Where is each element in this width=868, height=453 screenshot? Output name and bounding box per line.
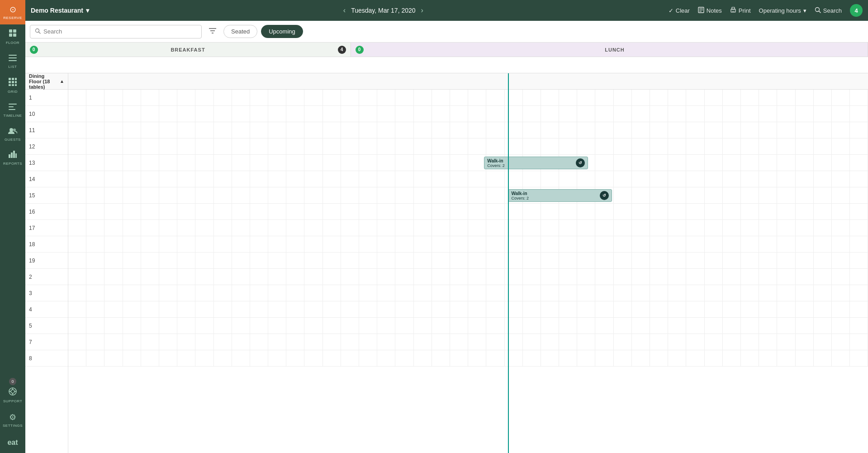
grid-cell[interactable]: [705, 138, 723, 154]
grid-cell[interactable]: [577, 122, 595, 138]
grid-cell[interactable]: [214, 269, 232, 285]
grid-cell[interactable]: [68, 204, 86, 219]
grid-cell[interactable]: [832, 301, 850, 317]
grid-cell[interactable]: [304, 106, 323, 122]
grid-cell[interactable]: [214, 138, 232, 154]
grid-cell[interactable]: [141, 122, 159, 138]
grid-cell[interactable]: [159, 204, 177, 219]
grid-cell[interactable]: [668, 318, 686, 334]
grid-cell[interactable]: [377, 106, 395, 122]
grid-cell[interactable]: [559, 106, 577, 122]
grid-cell[interactable]: [777, 106, 795, 122]
grid-cell[interactable]: [523, 90, 541, 105]
grid-cell[interactable]: [796, 236, 814, 252]
grid-cell[interactable]: [486, 204, 504, 219]
grid-cell[interactable]: [304, 122, 323, 138]
grid-cell[interactable]: [286, 204, 304, 219]
grid-cell[interactable]: [450, 122, 468, 138]
grid-cell[interactable]: [705, 122, 723, 138]
grid-cell[interactable]: [632, 187, 650, 203]
grid-cell[interactable]: [141, 285, 159, 301]
grid-cell[interactable]: [214, 253, 232, 268]
grid-cell[interactable]: [414, 187, 432, 203]
grid-cell[interactable]: [505, 171, 523, 187]
grid-cell[interactable]: [341, 334, 359, 350]
grid-cell[interactable]: [177, 285, 195, 301]
grid-cell[interactable]: [195, 318, 213, 334]
grid-cell[interactable]: [395, 220, 413, 236]
grid-cell[interactable]: [123, 106, 141, 122]
grid-cell[interactable]: [104, 122, 123, 138]
grid-cell[interactable]: [705, 220, 723, 236]
grid-cell[interactable]: [614, 155, 632, 171]
grid-cell[interactable]: [541, 236, 559, 252]
grid-cell[interactable]: [159, 220, 177, 236]
grid-cell[interactable]: [104, 253, 123, 268]
grid-cell[interactable]: [86, 318, 104, 334]
grid-cell[interactable]: [741, 350, 759, 366]
grid-cell[interactable]: [541, 269, 559, 285]
grid-cell[interactable]: [741, 90, 759, 105]
grid-cell[interactable]: [232, 122, 250, 138]
reservation-walkin-15[interactable]: Walk-in Covers: 2 ↺: [508, 189, 612, 202]
grid-cell[interactable]: [141, 204, 159, 219]
grid-cell[interactable]: [395, 334, 413, 350]
grid-cell[interactable]: [650, 171, 668, 187]
grid-cell[interactable]: [86, 204, 104, 219]
grid-cell[interactable]: [668, 285, 686, 301]
grid-cell[interactable]: [250, 301, 268, 317]
grid-cell[interactable]: [759, 301, 777, 317]
grid-cell[interactable]: [777, 334, 795, 350]
grid-cell[interactable]: [632, 301, 650, 317]
grid-cell[interactable]: [850, 90, 868, 105]
grid-cell[interactable]: [450, 285, 468, 301]
grid-cell[interactable]: [341, 236, 359, 252]
grid-cell[interactable]: [523, 204, 541, 219]
grid-cell[interactable]: [850, 350, 868, 366]
grid-cell[interactable]: [359, 301, 377, 317]
grid-cell[interactable]: [814, 122, 832, 138]
grid-cell[interactable]: [614, 350, 632, 366]
grid-cell[interactable]: [359, 318, 377, 334]
grid-cell[interactable]: [68, 138, 86, 154]
grid-cell[interactable]: [268, 171, 286, 187]
grid-cell[interactable]: [796, 187, 814, 203]
grid-cell[interactable]: [341, 269, 359, 285]
grid-cell[interactable]: [650, 236, 668, 252]
grid-cell[interactable]: [668, 236, 686, 252]
grid-cell[interactable]: [377, 187, 395, 203]
grid-cell[interactable]: [486, 106, 504, 122]
grid-cell[interactable]: [359, 204, 377, 219]
grid-cell[interactable]: [523, 285, 541, 301]
grid-cell[interactable]: [614, 269, 632, 285]
grid-cell[interactable]: [814, 236, 832, 252]
grid-cell[interactable]: [304, 187, 323, 203]
grid-cell[interactable]: [777, 236, 795, 252]
grid-cell[interactable]: [650, 334, 668, 350]
grid-cell[interactable]: [595, 155, 613, 171]
grid-cell[interactable]: [86, 90, 104, 105]
grid-cell[interactable]: [777, 301, 795, 317]
grid-cell[interactable]: [777, 253, 795, 268]
sidebar-item-timeline[interactable]: TIMELINE: [0, 98, 25, 122]
grid-cell[interactable]: [759, 90, 777, 105]
grid-cell[interactable]: [796, 122, 814, 138]
grid-cell[interactable]: [450, 253, 468, 268]
grid-cell[interactable]: [759, 106, 777, 122]
grid-cell[interactable]: [286, 138, 304, 154]
grid-cell[interactable]: [486, 122, 504, 138]
grid-cell[interactable]: [195, 301, 213, 317]
grid-cell[interactable]: [177, 269, 195, 285]
grid-cell[interactable]: [323, 253, 341, 268]
grid-cell[interactable]: [468, 318, 486, 334]
grid-cell[interactable]: [177, 253, 195, 268]
grid-cell[interactable]: [414, 106, 432, 122]
grid-cell[interactable]: [741, 155, 759, 171]
grid-cell[interactable]: [796, 138, 814, 154]
operating-hours-button[interactable]: Operating hours ▾: [759, 7, 806, 14]
grid-cell[interactable]: [177, 350, 195, 366]
grid-cell[interactable]: [814, 301, 832, 317]
grid-cell[interactable]: [850, 236, 868, 252]
grid-cell[interactable]: [505, 334, 523, 350]
grid-cell[interactable]: [632, 90, 650, 105]
